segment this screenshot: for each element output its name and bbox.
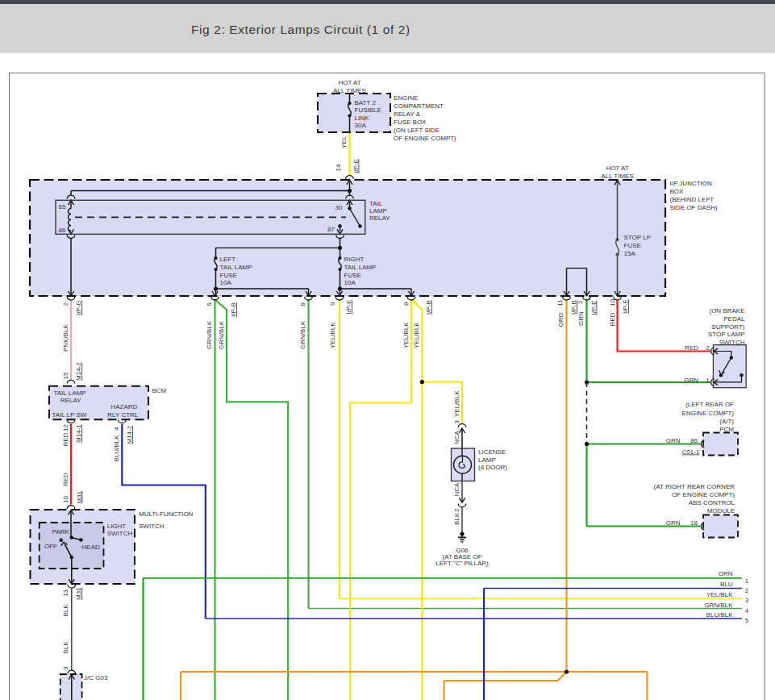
svg-text:LAMP: LAMP <box>369 207 387 215</box>
svg-text:OFF: OFF <box>44 543 57 550</box>
svg-text:4: 4 <box>745 607 749 615</box>
svg-text:GRN/BLK: GRN/BLK <box>218 320 225 349</box>
svg-text:1: 1 <box>706 377 710 384</box>
svg-text:9: 9 <box>206 302 213 306</box>
svg-text:YEL/BLK: YEL/BLK <box>402 322 410 348</box>
svg-text:BLU: BLU <box>720 581 733 588</box>
svg-text:COMPARTMENT: COMPARTMENT <box>394 102 444 110</box>
svg-text:M14-2: M14-2 <box>75 362 82 381</box>
svg-text:PNK/BLK: PNK/BLK <box>62 324 69 352</box>
svg-text:C01-1: C01-1 <box>682 448 700 456</box>
svg-text:LAMP: LAMP <box>478 456 496 464</box>
svg-text:I/P-E: I/P-E <box>622 299 629 314</box>
svg-text:86: 86 <box>59 227 66 234</box>
svg-text:TAIL LAMP: TAIL LAMP <box>220 264 252 271</box>
svg-text:ENGINE COMPT): ENGINE COMPT) <box>682 410 735 417</box>
svg-text:YEL/BLK: YEL/BLK <box>413 322 420 348</box>
svg-text:I/P-G: I/P-G <box>75 300 82 315</box>
svg-text:RED: RED <box>62 473 69 486</box>
svg-text:(BEHIND LEFT: (BEHIND LEFT <box>670 196 715 203</box>
svg-text:RIGHT: RIGHT <box>344 256 365 263</box>
svg-text:TAIL LP SW: TAIL LP SW <box>52 411 86 419</box>
svg-text:I/P-E: I/P-E <box>352 159 360 173</box>
svg-text:GRN/BLK: GRN/BLK <box>206 320 213 349</box>
svg-text:NCA: NCA <box>453 482 460 497</box>
svg-text:10: 10 <box>609 298 616 306</box>
svg-text:15: 15 <box>62 372 69 379</box>
svg-text:(A/T): (A/T) <box>719 418 734 425</box>
svg-text:BLK: BLK <box>453 512 460 525</box>
svg-text:LIGHT: LIGHT <box>107 523 127 530</box>
svg-text:YEL/BLK: YEL/BLK <box>329 322 336 348</box>
svg-text:TAIL LAMP: TAIL LAMP <box>53 390 85 397</box>
svg-text:2: 2 <box>706 344 710 352</box>
svg-text:I/P JUNCTION: I/P JUNCTION <box>670 180 713 187</box>
svg-text:85: 85 <box>59 203 66 210</box>
svg-text:RLY CTRL: RLY CTRL <box>107 411 138 419</box>
svg-text:LINK: LINK <box>355 115 369 122</box>
svg-text:LEFT "C" PILLAR): LEFT "C" PILLAR) <box>435 560 489 567</box>
svg-text:ABS CONTROL: ABS CONTROL <box>689 499 735 506</box>
svg-text:18: 18 <box>690 519 698 527</box>
svg-text:FUSIBLE: FUSIBLE <box>355 106 381 114</box>
svg-text:NCA: NCA <box>453 430 460 444</box>
svg-text:I/P-E: I/P-E <box>590 301 598 315</box>
svg-text:J/C G03: J/C G03 <box>84 674 108 681</box>
svg-text:GRN/BLK: GRN/BLK <box>704 602 733 609</box>
svg-text:10: 10 <box>62 496 69 503</box>
svg-text:ORG: ORG <box>557 312 565 327</box>
svg-text:BLU/BLK: BLU/BLK <box>706 611 734 619</box>
svg-text:5: 5 <box>745 617 749 624</box>
svg-text:M14-2: M14-2 <box>126 425 133 444</box>
svg-text:SWITCH: SWITCH <box>719 339 745 346</box>
svg-text:TAIL: TAIL <box>369 200 383 207</box>
svg-text:GRN: GRN <box>666 519 681 527</box>
svg-text:15A: 15A <box>624 250 636 257</box>
svg-text:M31: M31 <box>76 490 83 503</box>
svg-text:MODULE: MODULE <box>707 507 735 515</box>
svg-text:Fig 2: Exterior Lamps Circuit: Fig 2: Exterior Lamps Circuit (1 of 2) <box>191 23 410 36</box>
svg-text:FUSE BOX: FUSE BOX <box>394 119 427 126</box>
svg-text:YEL/BLK: YEL/BLK <box>453 390 460 417</box>
svg-text:10A: 10A <box>344 279 356 286</box>
svg-text:14: 14 <box>335 164 342 171</box>
svg-text:2: 2 <box>62 302 69 306</box>
svg-text:(AT RIGHT REAR CORNER: (AT RIGHT REAR CORNER <box>654 483 735 490</box>
svg-text:30: 30 <box>335 204 343 211</box>
svg-text:RELAY: RELAY <box>60 397 81 404</box>
svg-text:4: 4 <box>113 427 120 431</box>
svg-text:I/P-E: I/P-E <box>345 300 352 315</box>
svg-text:(ON BRAKE: (ON BRAKE <box>709 307 744 315</box>
svg-text:HAZARD: HAZARD <box>110 403 137 410</box>
svg-text:SWITCH: SWITCH <box>107 530 133 537</box>
svg-text:FUSE: FUSE <box>344 272 361 279</box>
svg-text:GRN: GRN <box>684 377 698 384</box>
svg-text:2: 2 <box>745 587 749 594</box>
svg-text:ENGINE: ENGINE <box>394 94 419 102</box>
svg-text:OF ENGINE COMPT): OF ENGINE COMPT) <box>394 135 456 142</box>
svg-text:BLK: BLK <box>62 641 69 654</box>
svg-text:SIDE OF DASH): SIDE OF DASH) <box>670 204 718 211</box>
svg-text:1: 1 <box>745 577 749 585</box>
svg-text:(ON LEFT SIDE: (ON LEFT SIDE <box>394 127 440 134</box>
svg-text:8: 8 <box>402 302 410 306</box>
svg-text:RELAY: RELAY <box>369 215 390 222</box>
svg-text:BATT 2: BATT 2 <box>355 99 377 106</box>
svg-text:MULTI-FUNCTION: MULTI-FUNCTION <box>139 510 194 518</box>
svg-text:I/P-B: I/P-B <box>230 302 237 317</box>
svg-text:RED: RED <box>62 432 69 446</box>
svg-text:YEL: YEL <box>340 135 348 148</box>
svg-text:SWITCH: SWITCH <box>139 523 165 530</box>
svg-text:GRN: GRN <box>719 570 733 577</box>
svg-text:TAIL LAMP: TAIL LAMP <box>344 264 377 271</box>
svg-text:ALL TIMES: ALL TIMES <box>601 173 633 180</box>
svg-text:FUSE: FUSE <box>220 272 237 279</box>
svg-text:2: 2 <box>577 300 584 304</box>
svg-text:FUSE: FUSE <box>624 242 641 249</box>
svg-text:87: 87 <box>327 226 335 233</box>
svg-text:3: 3 <box>745 597 749 604</box>
svg-text:12: 12 <box>62 424 69 431</box>
svg-text:RED: RED <box>685 344 698 352</box>
svg-text:HOT AT: HOT AT <box>606 165 628 172</box>
svg-text:PARK: PARK <box>52 528 70 535</box>
